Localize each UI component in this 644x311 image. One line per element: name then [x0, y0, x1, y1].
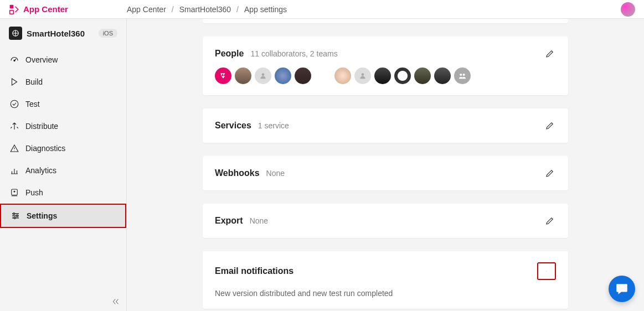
card-title: Services: [215, 121, 251, 131]
pencil-icon: [546, 266, 547, 276]
card-title: Webhooks: [215, 168, 260, 178]
distribute-icon: [9, 121, 20, 132]
intercom-chat-button[interactable]: [609, 276, 635, 302]
sidebar-item-label: Analytics: [25, 166, 56, 175]
sidebar-item-test[interactable]: Test: [0, 93, 126, 115]
sidebar-item-label: Overview: [25, 55, 58, 64]
check-circle-icon: [9, 99, 20, 110]
avatar-microsoft[interactable]: [315, 68, 331, 84]
pencil-icon: [545, 168, 555, 178]
email-notifications-body: New version distributed and new test run…: [215, 289, 556, 298]
sidebar-item-label: Test: [25, 100, 40, 108]
svg-point-6: [13, 213, 15, 215]
svg-point-4: [11, 100, 18, 108]
avatar[interactable]: [295, 68, 311, 84]
services-card: Services 1 service: [203, 108, 568, 143]
avatar[interactable]: [215, 68, 231, 84]
card-subtitle: 1 service: [258, 121, 289, 130]
sliders-icon: [10, 210, 21, 221]
collaborator-avatars: [215, 68, 556, 84]
sidebar-item-distribute[interactable]: Distribute: [0, 115, 126, 137]
svg-point-11: [460, 74, 462, 76]
edit-people-button[interactable]: [544, 48, 556, 60]
app-icon: [9, 27, 22, 40]
pencil-icon: [545, 121, 555, 131]
push-icon: [9, 187, 20, 198]
collapse-sidebar-button[interactable]: [111, 297, 121, 307]
svg-point-10: [362, 73, 364, 76]
top-header: App Center App Center / SmartHotel360 / …: [0, 0, 644, 19]
user-avatar[interactable]: [621, 2, 635, 17]
breadcrumb-item[interactable]: App Center: [127, 5, 166, 14]
breadcrumb-item[interactable]: SmartHotel360: [179, 5, 231, 14]
people-card: People 11 collaborators, 2 teams: [203, 37, 568, 95]
avatar[interactable]: [394, 68, 411, 84]
card-title: Export: [215, 216, 243, 226]
edit-webhooks-button[interactable]: [544, 167, 556, 179]
sidebar-nav: Overview Build Test Distribute Diagnosti…: [0, 49, 126, 228]
svg-rect-0: [10, 4, 14, 8]
play-icon: [9, 76, 20, 87]
svg-rect-1: [10, 10, 14, 14]
avatar-more[interactable]: [454, 68, 471, 84]
app-name: SmartHotel360: [27, 29, 85, 38]
sidebar-item-label: Settings: [27, 211, 57, 220]
avatar[interactable]: [334, 68, 351, 84]
avatar[interactable]: [255, 68, 271, 84]
email-notifications-card: Email notifications New version distribu…: [203, 251, 568, 309]
warning-icon: [9, 143, 20, 154]
breadcrumb: App Center / SmartHotel360 / App setting…: [127, 5, 287, 14]
edit-export-button[interactable]: [544, 215, 556, 227]
chevron-double-left-icon: [111, 297, 121, 307]
sidebar-item-push[interactable]: Push: [0, 182, 126, 204]
sidebar-item-build[interactable]: Build: [0, 71, 126, 93]
avatar[interactable]: [275, 68, 291, 84]
edit-email-notifications-button[interactable]: [537, 262, 556, 280]
chat-icon: [615, 282, 629, 296]
edit-services-button[interactable]: [544, 120, 556, 132]
app-os-badge: iOS: [99, 29, 117, 38]
sidebar: SmartHotel360 iOS Overview Build Test Di…: [0, 19, 127, 311]
bars-icon: [9, 165, 20, 176]
sidebar-item-diagnostics[interactable]: Diagnostics: [0, 137, 126, 159]
card-title: Email notifications: [215, 266, 293, 276]
card-subtitle: 11 collaborators, 2 teams: [250, 49, 337, 58]
card-subtitle: None: [266, 169, 285, 178]
sidebar-item-label: Distribute: [25, 122, 58, 131]
pencil-icon: [545, 49, 555, 59]
sidebar-item-overview[interactable]: Overview: [0, 49, 126, 71]
sidebar-item-label: Diagnostics: [25, 144, 65, 153]
sidebar-item-settings[interactable]: Settings: [0, 204, 126, 228]
avatar[interactable]: [235, 68, 251, 84]
sidebar-item-label: Push: [25, 188, 43, 197]
avatar[interactable]: [374, 68, 391, 84]
brand-name: App Center: [23, 4, 68, 14]
avatar[interactable]: [414, 68, 431, 84]
sidebar-item-label: Build: [25, 77, 43, 86]
svg-point-12: [463, 74, 465, 76]
brand-logo[interactable]: App Center: [9, 4, 127, 15]
sidebar-item-analytics[interactable]: Analytics: [0, 159, 126, 182]
export-card: Export None: [203, 204, 568, 238]
app-selector[interactable]: SmartHotel360 iOS: [0, 19, 126, 45]
main-content: People 11 collaborators, 2 teams: [127, 19, 644, 311]
avatar[interactable]: [354, 68, 371, 84]
pencil-icon: [545, 216, 555, 226]
svg-point-8: [14, 217, 16, 219]
gauge-icon: [9, 54, 20, 65]
card-title: People: [215, 49, 244, 59]
appcenter-logo-icon: [9, 4, 20, 15]
card-subtitle: None: [250, 216, 268, 225]
card-partial-above: [203, 19, 568, 23]
avatar[interactable]: [434, 68, 451, 84]
svg-point-7: [17, 215, 18, 217]
svg-point-9: [262, 73, 265, 76]
webhooks-card: Webhooks None: [203, 156, 568, 190]
breadcrumb-item[interactable]: App settings: [244, 5, 287, 14]
